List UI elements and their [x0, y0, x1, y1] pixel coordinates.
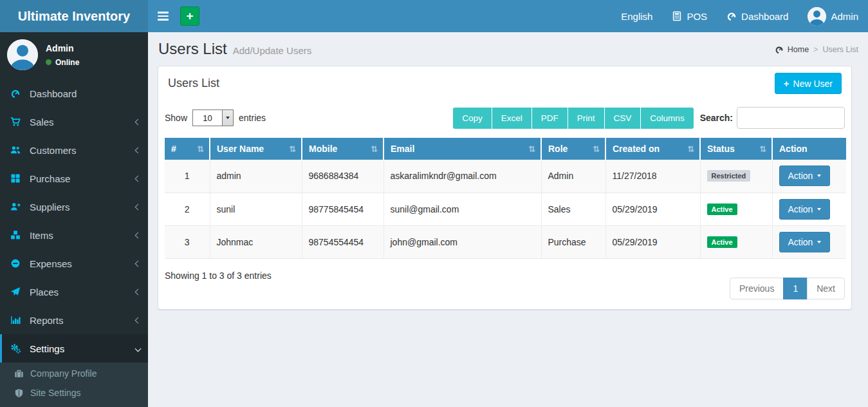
app-window: Ultimate Inventory + English POS — [0, 0, 868, 407]
sidebar-item-purchase[interactable]: Purchase — [0, 164, 148, 193]
chevron-down-icon — [135, 345, 142, 352]
sidebar-item-items[interactable]: Items — [0, 221, 148, 249]
cell-status: Restricted — [700, 160, 772, 193]
sidebar-item-label: Customers — [27, 145, 136, 156]
pagination-previous-button[interactable]: Previous — [730, 278, 784, 299]
briefcase-icon — [14, 369, 30, 379]
sidebar-menu: DashboardSalesCustomersPurchaseSuppliers… — [0, 79, 148, 407]
select-dropdown-button[interactable] — [222, 110, 233, 126]
table-row: 3Johnmac98754554454john@gmail.comPurchas… — [165, 225, 846, 258]
table-info: Showing 1 to 3 of 3 entries — [165, 268, 272, 281]
export-copy-button[interactable]: Copy — [453, 108, 492, 129]
cubes-icon — [10, 230, 27, 240]
sidebar-item-suppliers[interactable]: Suppliers — [0, 193, 148, 221]
caret-down-icon — [817, 241, 821, 243]
table-row: 2sunil98775845454sunil@gmail.comSales05/… — [165, 193, 846, 225]
cell-action: Action — [772, 160, 846, 193]
sort-icon: ⇅ — [593, 144, 600, 154]
sidebar-item-label: Sales — [27, 117, 136, 128]
submenu-item-company-profile[interactable]: Company Profile — [0, 364, 148, 383]
users-icon — [10, 145, 27, 155]
action-dropdown-button[interactable]: Action — [779, 232, 831, 252]
cell-email: john@gmail.com — [383, 225, 541, 258]
column-header-created-on[interactable]: Created on⇅ — [605, 138, 700, 160]
settings-submenu: Company ProfileSite SettingsTax List — [0, 363, 148, 407]
sidebar-item-expenses[interactable]: Expenses — [0, 249, 148, 278]
bar-chart-icon — [10, 315, 27, 325]
action-dropdown-button[interactable]: Action — [779, 166, 831, 186]
nav-user-menu[interactable]: Admin — [798, 0, 868, 32]
breadcrumb-separator: > — [813, 45, 818, 54]
submenu-item-label: Company Profile — [30, 368, 97, 379]
nav-language-label: English — [621, 11, 652, 22]
page-subtitle: Add/Update Users — [233, 45, 312, 56]
cell-action: Action — [772, 193, 846, 225]
quick-add-button[interactable]: + — [180, 6, 199, 26]
status-badge: Restricted — [707, 170, 751, 182]
topnav-right: English POS Dashboard Admin — [611, 0, 868, 32]
minus-circle-icon — [10, 258, 27, 269]
sort-icon: ⇅ — [289, 144, 296, 154]
sidebar-toggle-button[interactable] — [148, 0, 178, 32]
calculator-icon — [672, 11, 682, 21]
column-header-action: Action — [772, 138, 846, 160]
cell-username: admin — [210, 160, 302, 193]
tachometer-icon — [10, 88, 27, 99]
sidebar-item-dashboard[interactable]: Dashboard — [0, 79, 148, 108]
column-header-user-name[interactable]: User Name⇅ — [210, 138, 302, 160]
column-header-mobile[interactable]: Mobile⇅ — [302, 138, 383, 160]
sidebar-item-label: Reports — [27, 315, 136, 326]
export-csv-button[interactable]: CSV — [605, 108, 642, 129]
pagination-page-1-button[interactable]: 1 — [783, 278, 808, 299]
nav-pos[interactable]: POS — [662, 0, 717, 32]
chevron-left-icon — [135, 289, 142, 295]
search-area: Search: — [700, 107, 845, 129]
sidebar-item-sales[interactable]: Sales — [0, 108, 148, 136]
column-header-status[interactable]: Status⇅ — [700, 138, 772, 160]
page-size-select[interactable]: 10 — [192, 109, 234, 126]
brand-logo[interactable]: Ultimate Inventory — [0, 0, 148, 32]
action-dropdown-button[interactable]: Action — [779, 199, 831, 220]
cell-username: Johnmac — [210, 225, 302, 258]
search-input[interactable] — [737, 107, 845, 129]
new-user-button[interactable]: + New User — [775, 73, 842, 94]
export-print-button[interactable]: Print — [568, 108, 605, 129]
breadcrumb: Home > Users List — [775, 40, 858, 54]
cell-created-on: 05/29/2019 — [605, 193, 700, 225]
show-label: Show — [165, 113, 187, 123]
nav-dashboard[interactable]: Dashboard — [717, 0, 798, 32]
plus-icon: + — [784, 78, 790, 89]
cell-mobile: 98775845454 — [302, 193, 383, 225]
chevron-left-icon — [135, 175, 142, 182]
column-header-email[interactable]: Email⇅ — [383, 138, 541, 160]
status-badge: Active — [707, 204, 737, 215]
page-size-value: 10 — [193, 110, 222, 126]
nav-language[interactable]: English — [611, 0, 662, 32]
pagination-next-button[interactable]: Next — [807, 278, 845, 299]
submenu-item-site-settings[interactable]: Site Settings — [0, 383, 148, 402]
sidebar-user-avatar — [7, 39, 38, 70]
cell-action: Action — [772, 225, 846, 258]
content-header: Users List Add/Update Users Home > Users… — [148, 32, 868, 64]
sidebar-item-label: Settings — [27, 343, 136, 354]
cell-status: Active — [700, 193, 772, 225]
export-columns-button[interactable]: Columns — [641, 108, 693, 129]
sort-icon: ⇅ — [197, 144, 204, 154]
export-pdf-button[interactable]: PDF — [532, 108, 568, 129]
export-excel-button[interactable]: Excel — [492, 108, 532, 129]
column-header--[interactable]: #⇅ — [165, 138, 210, 160]
submenu-item-tax-list[interactable]: Tax List — [0, 402, 148, 407]
users-list-box: Users List + New User Show 10 entries Co… — [158, 66, 852, 310]
column-header-role[interactable]: Role⇅ — [541, 138, 605, 160]
grid-icon — [10, 173, 27, 184]
sidebar-user-panel: Admin Online — [0, 32, 148, 77]
sidebar-item-label: Dashboard — [27, 88, 140, 99]
table-header-row: #⇅User Name⇅Mobile⇅Email⇅Role⇅Created on… — [165, 138, 846, 160]
box-body: Show 10 entries CopyExcelPDFPrintCSVColu… — [158, 100, 851, 309]
sidebar-item-customers[interactable]: Customers — [0, 136, 148, 164]
sidebar-item-settings[interactable]: Settings — [0, 334, 148, 363]
breadcrumb-home-link[interactable]: Home — [775, 45, 809, 54]
sidebar-item-places[interactable]: Places — [0, 278, 148, 306]
submenu-item-label: Site Settings — [30, 388, 81, 398]
sidebar-item-reports[interactable]: Reports — [0, 306, 148, 334]
